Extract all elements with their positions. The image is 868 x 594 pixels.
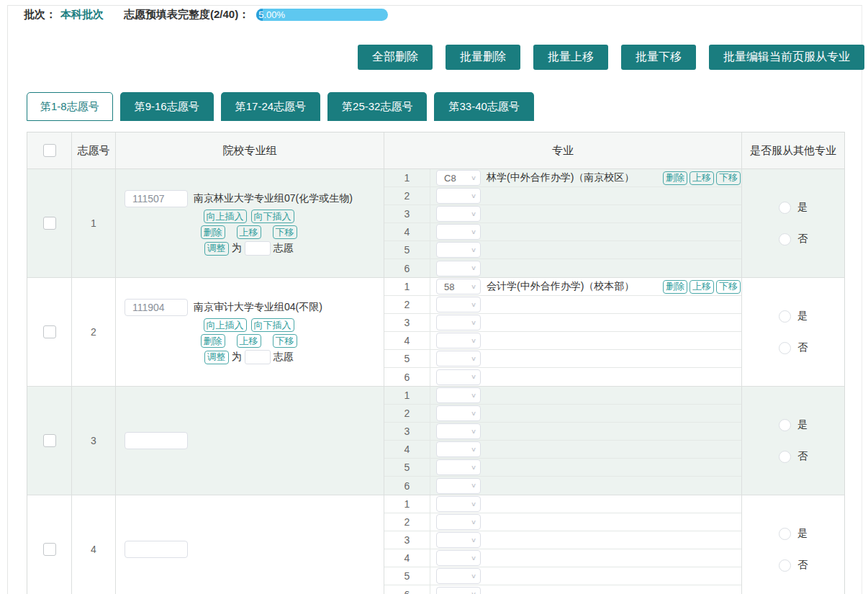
insert-above-button[interactable]: 向上插入 [204, 318, 247, 332]
major-select[interactable]: C8∨ [436, 170, 481, 186]
major-move-down-button[interactable]: 下移 [716, 280, 741, 294]
insert-above-button[interactable]: 向上插入 [204, 210, 247, 223]
row-checkbox[interactable] [43, 543, 56, 556]
major-select[interactable]: ∨ [436, 224, 481, 240]
group-code-input[interactable] [125, 432, 188, 449]
major-row-content: ∨ [430, 585, 741, 594]
chevron-down-icon: ∨ [471, 264, 476, 271]
major-delete-button[interactable]: 删除 [663, 280, 687, 294]
major-row-content: ∨ [430, 314, 741, 331]
major-select[interactable]: ∨ [436, 587, 481, 594]
delete-all-button[interactable]: 全部删除 [358, 45, 433, 70]
move-down-group-button[interactable]: 下移 [273, 225, 297, 239]
major-select[interactable]: ∨ [436, 351, 481, 366]
group-content: 南京林业大学专业组07(化学或生物)向上插入向下插入删除上移下移调整为志愿 [125, 169, 373, 256]
major-select-value: 58 [437, 282, 471, 292]
adjust-order-input[interactable] [245, 241, 271, 256]
major-select[interactable]: ∨ [436, 405, 481, 421]
tab-wish-range-2[interactable]: 第9-16志愿号 [120, 92, 214, 121]
move-up-group-button[interactable]: 上移 [237, 225, 261, 239]
tab-wish-range-4[interactable]: 第25-32志愿号 [327, 92, 427, 121]
move-down-group-button[interactable]: 下移 [273, 334, 297, 348]
tab-wish-range-3[interactable]: 第17-24志愿号 [221, 92, 320, 121]
adjust-button[interactable]: 调整 [204, 242, 229, 256]
insert-below-button[interactable]: 向下插入 [251, 318, 294, 332]
obey-no-radio[interactable]: 否 [779, 559, 808, 572]
group-code-input[interactable] [125, 299, 188, 316]
major-select[interactable]: ∨ [436, 568, 481, 584]
major-select[interactable]: ∨ [436, 496, 481, 512]
select-all-checkbox[interactable] [43, 144, 56, 157]
major-move-down-button[interactable]: 下移 [716, 171, 741, 185]
table-row: 31∨2∨3∨4∨5∨6∨是否 [27, 386, 844, 495]
major-select[interactable]: 58∨ [436, 279, 481, 294]
batch-move-up-button[interactable]: 批量上移 [533, 45, 608, 70]
obey-yes-radio[interactable]: 是 [779, 201, 808, 214]
tab-wish-range-1[interactable]: 第1-8志愿号 [27, 92, 113, 121]
radio-circle-icon [779, 528, 791, 540]
major-select[interactable]: ∨ [436, 242, 481, 258]
radio-circle-icon [779, 419, 791, 431]
major-move-up-button[interactable]: 上移 [690, 280, 714, 294]
obey-yes-radio[interactable]: 是 [779, 310, 808, 323]
major-select[interactable]: ∨ [436, 315, 481, 330]
major-select[interactable]: ∨ [436, 261, 481, 276]
major-subrow: 5∨ [384, 459, 741, 477]
obey-yes-radio[interactable]: 是 [779, 418, 808, 431]
major-select[interactable]: ∨ [436, 333, 481, 348]
major-select[interactable]: ∨ [436, 297, 481, 312]
row-checkbox[interactable] [43, 217, 56, 230]
obey-no-radio[interactable]: 否 [779, 450, 808, 463]
move-up-group-button[interactable]: 上移 [237, 334, 261, 348]
obey-yes-radio[interactable]: 是 [779, 527, 808, 540]
major-row-number: 3 [384, 314, 430, 331]
major-select[interactable]: ∨ [436, 387, 481, 403]
major-actions: 删除上移下移 [663, 171, 741, 185]
major-select[interactable]: ∨ [436, 441, 481, 457]
batch-delete-button[interactable]: 批量删除 [446, 45, 520, 70]
major-select[interactable]: ∨ [436, 206, 481, 222]
major-row-content: ∨ [430, 459, 741, 476]
major-select[interactable]: ∨ [436, 478, 481, 494]
chevron-down-icon: ∨ [471, 482, 476, 489]
group-code-input[interactable] [125, 190, 188, 207]
chevron-down-icon: ∨ [471, 246, 476, 253]
major-delete-button[interactable]: 删除 [663, 171, 687, 185]
major-select[interactable]: ∨ [436, 369, 481, 385]
chevron-down-icon: ∨ [471, 428, 476, 435]
delete-group-button[interactable]: 删除 [201, 225, 225, 239]
batch-move-down-button[interactable]: 批量下移 [621, 45, 696, 70]
row-checkbox[interactable] [43, 434, 56, 447]
adjust-order-input[interactable] [245, 350, 271, 364]
adjust-button[interactable]: 调整 [204, 351, 229, 364]
chevron-down-icon: ∨ [471, 590, 476, 594]
major-row-content: ∨ [430, 296, 741, 313]
major-cell: 158∨会计学(中外合作办学)（校本部）删除上移下移2∨3∨4∨5∨6∨ [384, 278, 742, 386]
major-select[interactable]: ∨ [436, 459, 481, 475]
major-select[interactable]: ∨ [436, 550, 481, 566]
row-checkbox-cell [27, 169, 72, 277]
major-subrow: 1∨ [384, 495, 741, 513]
batch-edit-obey-button[interactable]: 批量编辑当前页服从专业 [709, 45, 864, 70]
group-name: 南京审计大学专业组04(不限) [194, 301, 322, 314]
major-move-up-button[interactable]: 上移 [690, 171, 714, 185]
group-code-input[interactable] [125, 541, 188, 558]
major-select[interactable]: ∨ [436, 532, 481, 548]
obey-no-radio[interactable]: 否 [779, 233, 808, 246]
major-subrow: 5∨ [384, 567, 741, 585]
major-select[interactable]: ∨ [436, 514, 481, 530]
major-subrow: 5∨ [384, 350, 741, 368]
insert-below-button[interactable]: 向下插入 [251, 210, 294, 223]
chevron-down-icon: ∨ [471, 410, 476, 417]
major-row-number: 3 [384, 423, 430, 440]
tab-wish-range-5[interactable]: 第33-40志愿号 [434, 92, 533, 121]
row-checkbox[interactable] [43, 325, 56, 338]
major-row-content: ∨ [430, 259, 741, 277]
obey-no-radio[interactable]: 否 [779, 341, 808, 354]
major-select[interactable]: ∨ [436, 188, 481, 204]
major-select[interactable]: ∨ [436, 423, 481, 439]
radio-circle-icon [779, 451, 791, 463]
move-actions-line: 删除上移下移 [125, 225, 373, 239]
delete-group-button[interactable]: 删除 [201, 334, 225, 348]
chevron-down-icon: ∨ [471, 572, 476, 580]
